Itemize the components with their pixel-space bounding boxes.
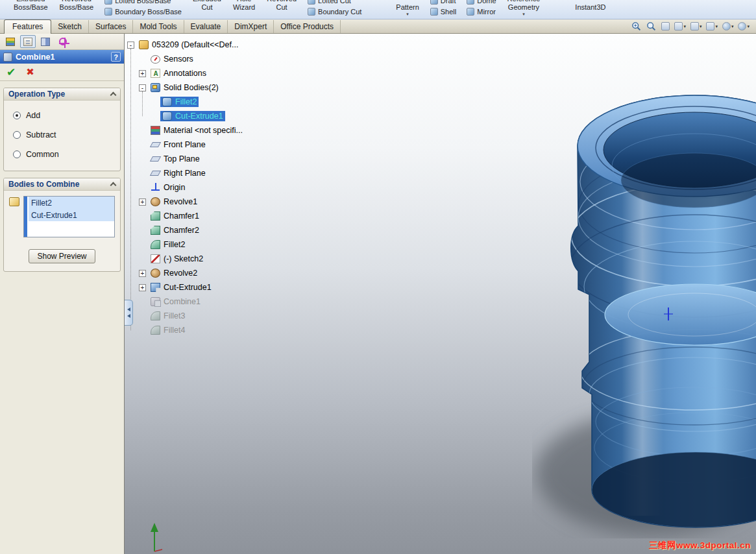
tree-item-label: Origin [164, 183, 185, 192]
apply-scene-icon[interactable]: ▾ [738, 22, 750, 30]
tree-item-content: Fillet3 [149, 311, 187, 321]
sensors-icon [151, 55, 160, 64]
tree-item-label: Right Plane [164, 169, 206, 178]
panel-tab-dimxpertmanager[interactable] [55, 35, 71, 48]
radio-common[interactable]: Common [9, 145, 115, 164]
listbox-item[interactable]: Fillet2 [29, 197, 114, 209]
tab-dimxpert[interactable]: DimXpert [228, 20, 274, 33]
tree-item-chamfer1[interactable]: Chamfer1 [127, 209, 245, 223]
ribbon-stack-row: Lofted Boss/Base [104, 0, 182, 5]
view-orientation-icon[interactable]: ▾ [674, 22, 686, 30]
panel-tab-configurationmanager[interactable] [38, 35, 53, 48]
tree-item-material-not-specifi[interactable]: Material <not specifi... [127, 123, 245, 138]
listbox-item[interactable]: Cut-Extrude1 [29, 209, 114, 221]
tree-item-cut-extrude1[interactable]: +Cut-Extrude1 [127, 280, 245, 295]
radio-subtract[interactable]: Subtract [9, 125, 115, 145]
tree-item-content: (-) Sketch2 [149, 254, 205, 264]
expand-icon[interactable]: + [139, 70, 146, 77]
panel-tab-featuremanager[interactable] [3, 35, 18, 48]
origin-triad[interactable] [148, 522, 174, 553]
ok-button[interactable]: ✔ [6, 66, 16, 79]
edit-appearance-icon[interactable]: ▾ [722, 22, 734, 30]
ribbon-button-shell[interactable]: DraftShell [425, 0, 461, 19]
show-preview-button[interactable]: Show Preview [29, 249, 95, 263]
ribbon-button-geometry[interactable]: ReferenceGeometry▾ [502, 0, 546, 19]
section-view-icon[interactable] [661, 22, 670, 30]
tree-item-label: Fillet3 [164, 311, 185, 320]
view-toolbar: ▾▾▾▾▾ [631, 21, 752, 32]
tree-item-cut-extrude1[interactable]: Cut-Extrude1 [127, 109, 245, 123]
tree-item-fillet2[interactable]: Fillet2 [127, 237, 245, 252]
ribbon-button-pattern[interactable]: Pattern▾ [390, 0, 424, 19]
ribbon-label: Boss/Base [14, 3, 48, 12]
operation-type-header[interactable]: Operation Type [4, 88, 120, 101]
tab-office-products[interactable]: Office Products [274, 20, 341, 33]
ribbon-button-boss-base[interactable]: RevolvedBoss/Base [54, 0, 100, 19]
zoom-fit-icon[interactable] [646, 21, 657, 32]
tab-mold-tools[interactable]: Mold Tools [133, 20, 184, 33]
help-button[interactable]: ? [111, 52, 121, 62]
ribbon-button-cut[interactable]: RevolvedCut [261, 0, 302, 19]
tree-item-content: Fillet4 [149, 325, 187, 335]
radio-add[interactable]: Add [9, 106, 115, 125]
ribbon-button-boundary-boss-base[interactable]: Lofted Boss/BaseBoundary Boss/Base [99, 0, 187, 19]
3d-model[interactable] [532, 84, 756, 538]
tree-item-content: Chamfer1 [149, 211, 201, 221]
tree-item-revolve1[interactable]: +Revolve1 [127, 195, 245, 209]
tree-item-right-plane[interactable]: Right Plane [127, 166, 245, 180]
tree-item-content: Chamfer2 [149, 225, 201, 235]
tree-item-fillet2[interactable]: Fillet2 [127, 95, 245, 109]
panel-tab-propertymanager[interactable] [20, 35, 36, 48]
featuremanager-tab-icon [6, 38, 15, 46]
ribbon-button-instant3d[interactable]: Instant3D [569, 0, 611, 19]
tree-item-chamfer2[interactable]: Chamfer2 [127, 223, 245, 237]
tree-item-revolve2[interactable]: +Revolve2 [127, 266, 245, 280]
tree-item-label: Revolve2 [164, 269, 197, 278]
graphics-area[interactable]: -053209 (Default<<Def...Sensors+Annotati… [125, 34, 756, 554]
tree-item-combine1[interactable]: Combine1 [127, 295, 245, 309]
expand-icon[interactable]: + [139, 199, 146, 206]
tab-sketch[interactable]: Sketch [51, 20, 89, 33]
zoom-window-icon[interactable] [631, 21, 642, 32]
fillet-icon [151, 240, 160, 249]
tree-item-fillet4[interactable]: Fillet4 [127, 323, 245, 337]
tree-item-label: Top Plane [164, 154, 200, 163]
tree-item-top-plane[interactable]: Top Plane [127, 152, 245, 166]
fillet-icon [151, 326, 160, 335]
tree-item-sketch2[interactable]: (-) Sketch2 [127, 252, 245, 266]
ribbon-button-boss-base[interactable]: ExtrudedBoss/Base [8, 0, 54, 19]
tab-features[interactable]: Features [4, 19, 51, 34]
expand-icon[interactable]: + [139, 284, 146, 291]
cancel-button[interactable]: ✖ [26, 66, 34, 78]
tree-item-label: (-) Sketch2 [164, 254, 203, 263]
ribbon-label: Draft [441, 0, 456, 5]
tree-item-front-plane[interactable]: Front Plane [127, 138, 245, 152]
tree-item-origin[interactable]: Origin [127, 180, 245, 195]
ribbon-button-boundary-cut[interactable]: Lofted CutBoundary Cut [302, 0, 367, 19]
hide-show-items-icon[interactable]: ▾ [706, 22, 718, 30]
ribbon-button-cut[interactable]: ExtrudedCut [187, 0, 227, 19]
tree-item-fillet3[interactable]: Fillet3 [127, 309, 245, 323]
tab-surfaces[interactable]: Surfaces [89, 20, 133, 33]
panel-splitter-handle[interactable] [125, 300, 133, 326]
tree-item-annotations[interactable]: +Annotations [127, 66, 245, 80]
collapse-icon[interactable]: - [127, 42, 134, 49]
ribbon-button-mirror[interactable]: DomeMirror [461, 0, 501, 19]
tree-item-content: Fillet2 [160, 97, 199, 107]
tree-item-solid-bodies-2[interactable]: -Solid Bodies(2) [127, 80, 245, 95]
tree-item-sensors[interactable]: Sensors [127, 52, 245, 66]
bodies-listbox[interactable]: Fillet2Cut-Extrude1 [23, 196, 115, 237]
material-icon [151, 126, 160, 135]
command-tab-bar: FeaturesSketchSurfacesMold ToolsEvaluate… [0, 19, 756, 34]
collapse-icon[interactable]: - [139, 84, 146, 91]
tree-item-content: Sensors [149, 54, 195, 64]
tab-evaluate[interactable]: Evaluate [184, 20, 228, 33]
dropdown-caret-icon: ▾ [522, 12, 525, 16]
tree-item-053209-default-def[interactable]: -053209 (Default<<Def... [127, 38, 245, 52]
ribbon-button-wizard[interactable]: HoleWizard [227, 0, 261, 19]
revolve-icon [151, 197, 160, 206]
ribbon: ExtrudedBoss/BaseRevolvedBoss/BaseLofted… [0, 0, 756, 19]
bodies-group-header[interactable]: Bodies to Combine [4, 178, 120, 191]
expand-icon[interactable]: + [139, 270, 146, 277]
display-style-icon[interactable]: ▾ [690, 22, 702, 30]
